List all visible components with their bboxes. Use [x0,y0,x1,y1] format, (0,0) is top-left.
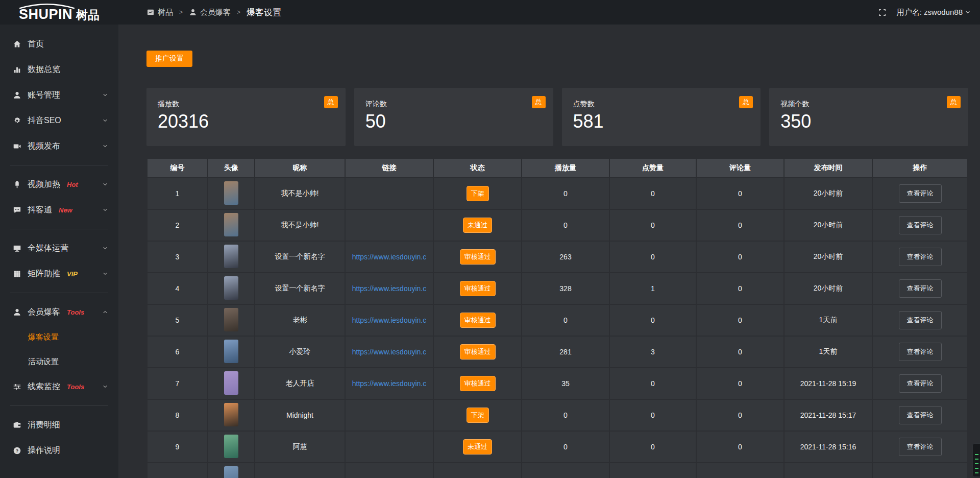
cell-avatar [208,304,255,336]
grid-icon [13,270,21,278]
sidebar-item-badge: Tools [67,383,84,391]
stat-card-total-badge: 总 [324,96,338,108]
sidebar-item-label: 矩阵助推 [28,269,60,279]
view-comments-button[interactable]: 查看评论 [899,279,942,298]
breadcrumb-item-label: 会员爆客 [200,8,231,17]
cell-likes: 0 [609,209,696,241]
cell-nickname: 我不是小帅! [255,209,345,241]
view-comments-button[interactable]: 查看评论 [899,216,942,234]
chevron-icon [102,309,108,315]
view-comments-button[interactable]: 查看评论 [899,374,942,393]
sidebar-divider [10,293,108,293]
cell-actions: 查看评论 [872,209,968,241]
cell-likes: 0 [609,399,696,431]
stat-card-value: 350 [780,111,957,132]
app-logo: SHUPIN 树品 [0,3,118,21]
sidebar-item-media-ops[interactable]: 全媒体运营 [0,235,118,261]
question-icon: ? [13,446,21,455]
video-link[interactable]: https://www.iesdouyin.c [352,379,427,388]
sidebar-item-badge: New [59,206,72,214]
cell-avatar [208,431,255,463]
sliders-icon [13,383,21,391]
user-menu[interactable]: 用户名: zswodun88 [897,8,971,17]
sidebar-item-badge: Tools [67,308,84,316]
cell-comments: 0 [696,399,784,431]
cell-status: 下架 [433,399,522,431]
sidebar-subitem-activity-settings[interactable]: 活动设置 [0,349,118,374]
promotion-settings-button[interactable]: 推广设置 [146,51,192,67]
stat-cards: 播放数 20316 总 评论数 50 总 点赞数 581 总 视频个数 350 … [146,88,968,146]
sidebar-item-data-overview[interactable]: 数据总览 [0,57,118,82]
table-header-row: 编号头像昵称链接状态播放量点赞量评论量发布时间操作 [147,158,968,178]
cell-likes: 0 [609,178,696,209]
sidebar-item-consume-detail[interactable]: 消费明细 [0,412,118,438]
cell-actions: 查看评论 [872,336,968,368]
chevron-icon [102,384,108,390]
sidebar-item-home[interactable]: 首页 [0,31,118,57]
column-header: 昵称 [255,158,345,178]
sidebar-subitem-baoke-settings[interactable]: 爆客设置 [0,325,118,349]
view-comments-button[interactable]: 查看评论 [899,406,942,424]
sidebar-item-douyin-seo[interactable]: 抖音SEO [0,108,118,133]
cell-actions: 查看评论 [872,399,968,431]
cell-publish-time: 20小时前 [784,241,872,273]
breadcrumb-item[interactable]: 会员爆客 [189,8,231,17]
table-row: 3 设置一个新名字 https://www.iesdouyin.c 审核通过 2… [147,241,968,273]
avatar [224,340,238,363]
sidebar-item-help[interactable]: ? 操作说明 [0,438,118,463]
sidebar-item-douketong[interactable]: 抖客通 New [0,197,118,223]
breadcrumb-item[interactable]: 树品 [146,8,173,17]
cell-link: https://www.iesdouyin.c [345,368,433,399]
cell-number: 5 [147,304,208,336]
sidebar-item-member-baoke[interactable]: 会员爆客 Tools [0,299,118,325]
video-link[interactable]: https://www.iesdouyin.c [352,316,427,324]
floating-widget[interactable] [972,443,980,477]
cell-likes: 0 [609,304,696,336]
sidebar-item-label: 操作说明 [28,445,60,456]
fullscreen-icon[interactable] [878,8,887,17]
cell-comments: 0 [696,241,784,273]
view-comments-button[interactable]: 查看评论 [899,343,942,361]
sidebar-item-label: 首页 [28,39,44,50]
topbar: SHUPIN 树品 树品>会员爆客> 爆客设置 用户名: zswodun88 [0,0,980,25]
cell-comments: 0 [696,368,784,399]
table-row: 8 Midnight 下架 0 0 0 2021-11-28 15:17 查看评… [147,399,968,431]
chevron-down-icon [965,9,971,15]
avatar [224,371,238,395]
cell-likes: 3 [609,336,696,368]
chevron-icon [102,207,108,213]
stat-card-value: 50 [365,111,542,132]
video-link[interactable]: https://www.iesdouyin.c [352,253,427,261]
cell-avatar [208,336,255,368]
breadcrumb-current: 爆客设置 [247,7,281,18]
sidebar-item-video-publish[interactable]: 视频发布 [0,133,118,159]
view-comments-button[interactable]: 查看评论 [899,248,942,266]
cell-number: 4 [147,273,208,304]
chat-icon [13,206,21,214]
cell-plays: 0 [522,304,609,336]
sidebar-item-label: 抖客通 [28,205,52,216]
cell-number: 6 [147,336,208,368]
view-comments-button[interactable]: 查看评论 [899,438,942,456]
sidebar-item-account[interactable]: 账号管理 [0,82,118,108]
sidebar-item-matrix-boost[interactable]: 矩阵助推 VIP [0,261,118,286]
cell-number: 1 [147,178,208,209]
sidebar-divider [10,165,108,165]
chevron-icon [102,92,108,98]
video-link[interactable]: https://www.iesdouyin.c [352,348,427,356]
avatar [224,181,238,205]
cell-status: 未通过 [433,209,522,241]
cell-plays: 35 [522,368,609,399]
wallet-icon [13,421,21,429]
table-row: 9 阿慧 未通过 0 0 0 2021-11-28 15:16 查看评论 [147,431,968,463]
sidebar-item-video-heat[interactable]: 视频加热 Hot [0,172,118,197]
view-comments-button[interactable]: 查看评论 [899,311,942,329]
cell-comments: 0 [696,209,784,241]
video-link[interactable]: https://www.iesdouyin.c [352,284,427,293]
breadcrumb-item-label: 树品 [158,8,173,17]
view-comments-button[interactable]: 查看评论 [899,184,942,203]
sidebar-item-clue-monitor[interactable]: 线索监控 Tools [0,374,118,399]
status-badge: 下架 [467,186,489,201]
stat-card: 视频个数 350 总 [769,88,968,146]
sidebar: 首页 数据总览 账号管理 抖音SEO 视频发布 视频加热 Hot 抖客通 New [0,25,118,478]
